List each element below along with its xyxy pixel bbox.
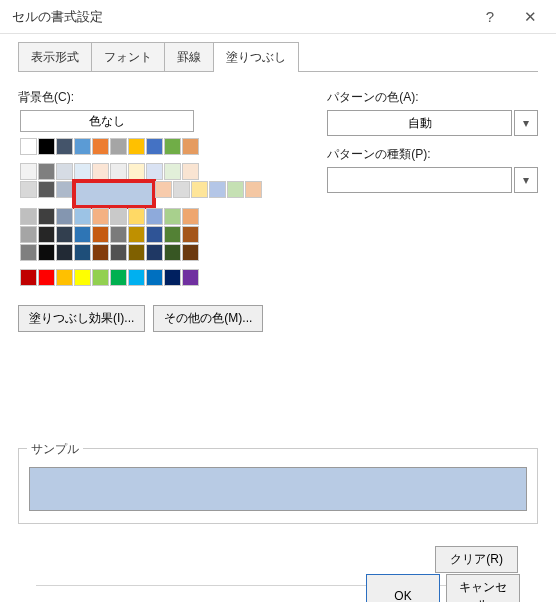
color-swatch[interactable] <box>38 181 55 198</box>
color-swatch[interactable] <box>110 138 127 155</box>
ok-button[interactable]: OK <box>366 574 440 602</box>
color-swatch[interactable] <box>110 244 127 261</box>
color-swatch[interactable] <box>92 226 109 243</box>
color-swatch[interactable] <box>164 244 181 261</box>
color-swatch[interactable] <box>245 181 262 198</box>
color-swatch[interactable] <box>146 226 163 243</box>
color-swatch[interactable] <box>164 269 181 286</box>
color-swatch[interactable] <box>146 138 163 155</box>
color-swatch[interactable] <box>56 138 73 155</box>
color-swatch[interactable] <box>146 244 163 261</box>
sample-preview <box>29 467 527 511</box>
color-swatch[interactable] <box>74 181 154 207</box>
color-swatch[interactable] <box>209 181 226 198</box>
color-swatch[interactable] <box>38 163 55 180</box>
color-swatch[interactable] <box>20 244 37 261</box>
dialog-title: セルの書式設定 <box>12 8 470 26</box>
color-swatch[interactable] <box>146 208 163 225</box>
color-swatch[interactable] <box>92 163 109 180</box>
tab-3[interactable]: 塗りつぶし <box>213 42 299 72</box>
color-swatch[interactable] <box>20 138 37 155</box>
color-swatch[interactable] <box>128 163 145 180</box>
bgcolor-label: 背景色(C): <box>18 89 263 106</box>
color-swatch[interactable] <box>110 163 127 180</box>
color-swatch[interactable] <box>38 269 55 286</box>
color-swatch[interactable] <box>56 208 73 225</box>
color-swatch[interactable] <box>182 138 199 155</box>
titlebar: セルの書式設定 ? ✕ <box>0 0 556 34</box>
color-swatch[interactable] <box>146 163 163 180</box>
pattern-type-label: パターンの種類(P): <box>327 146 538 163</box>
color-palette <box>20 138 263 287</box>
color-swatch[interactable] <box>128 244 145 261</box>
color-swatch[interactable] <box>20 269 37 286</box>
chevron-down-icon[interactable]: ▾ <box>514 110 538 136</box>
color-swatch[interactable] <box>164 208 181 225</box>
color-swatch[interactable] <box>92 244 109 261</box>
color-swatch[interactable] <box>146 269 163 286</box>
color-swatch[interactable] <box>164 163 181 180</box>
tab-0[interactable]: 表示形式 <box>18 42 92 72</box>
color-swatch[interactable] <box>164 138 181 155</box>
color-swatch[interactable] <box>182 269 199 286</box>
sample-label: サンプル <box>27 441 83 458</box>
color-swatch[interactable] <box>74 244 91 261</box>
color-swatch[interactable] <box>155 181 172 198</box>
color-swatch[interactable] <box>128 138 145 155</box>
color-swatch[interactable] <box>110 208 127 225</box>
color-swatch[interactable] <box>164 226 181 243</box>
color-swatch[interactable] <box>92 269 109 286</box>
color-swatch[interactable] <box>56 163 73 180</box>
color-swatch[interactable] <box>74 163 91 180</box>
color-swatch[interactable] <box>110 226 127 243</box>
pattern-type-select[interactable] <box>327 167 512 193</box>
color-swatch[interactable] <box>182 226 199 243</box>
close-icon[interactable]: ✕ <box>510 0 550 34</box>
color-swatch[interactable] <box>182 163 199 180</box>
color-swatch[interactable] <box>20 181 37 198</box>
color-swatch[interactable] <box>128 208 145 225</box>
pattern-color-label: パターンの色(A): <box>327 89 538 106</box>
color-swatch[interactable] <box>20 163 37 180</box>
no-color-button[interactable]: 色なし <box>20 110 194 132</box>
color-swatch[interactable] <box>182 208 199 225</box>
more-colors-button[interactable]: その他の色(M)... <box>153 305 263 332</box>
color-swatch[interactable] <box>173 181 190 198</box>
color-swatch[interactable] <box>56 244 73 261</box>
color-swatch[interactable] <box>128 269 145 286</box>
tab-1[interactable]: フォント <box>91 42 165 72</box>
color-swatch[interactable] <box>92 138 109 155</box>
clear-button[interactable]: クリア(R) <box>435 546 518 573</box>
sample-section: サンプル <box>18 448 538 524</box>
color-swatch[interactable] <box>191 181 208 198</box>
no-color-label: 色なし <box>89 113 125 130</box>
color-swatch[interactable] <box>56 181 73 198</box>
color-swatch[interactable] <box>38 244 55 261</box>
color-swatch[interactable] <box>20 226 37 243</box>
color-swatch[interactable] <box>56 269 73 286</box>
cancel-button[interactable]: キャンセル <box>446 574 520 602</box>
tabs: 表示形式フォント罫線塗りつぶし <box>0 34 556 72</box>
color-swatch[interactable] <box>74 226 91 243</box>
color-swatch[interactable] <box>227 181 244 198</box>
color-swatch[interactable] <box>92 208 109 225</box>
color-swatch[interactable] <box>182 244 199 261</box>
color-swatch[interactable] <box>38 138 55 155</box>
color-swatch[interactable] <box>38 208 55 225</box>
pattern-color-value: 自動 <box>408 115 432 132</box>
help-icon[interactable]: ? <box>470 0 510 34</box>
pattern-color-select[interactable]: 自動 <box>327 110 512 136</box>
chevron-down-icon[interactable]: ▾ <box>514 167 538 193</box>
color-swatch[interactable] <box>74 138 91 155</box>
color-swatch[interactable] <box>110 269 127 286</box>
color-swatch[interactable] <box>38 226 55 243</box>
color-swatch[interactable] <box>74 208 91 225</box>
color-swatch[interactable] <box>20 208 37 225</box>
tab-2[interactable]: 罫線 <box>164 42 214 72</box>
color-swatch[interactable] <box>128 226 145 243</box>
fill-effects-button[interactable]: 塗りつぶし効果(I)... <box>18 305 145 332</box>
color-swatch[interactable] <box>74 269 91 286</box>
color-swatch[interactable] <box>56 226 73 243</box>
